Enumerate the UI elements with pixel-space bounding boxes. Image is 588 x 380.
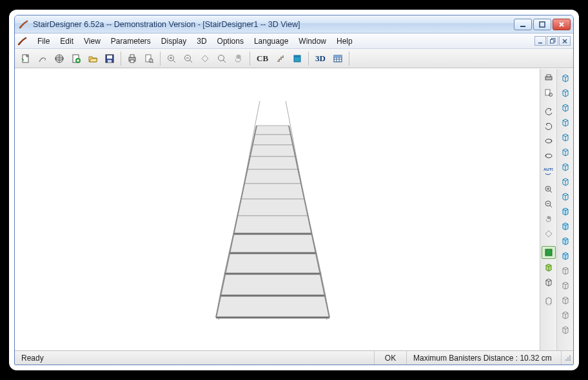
tool-3d-button[interactable]: 3D — [312, 51, 329, 66]
cube-view-4-icon[interactable] — [558, 116, 573, 129]
window-controls — [514, 19, 571, 30]
tool-zoom-fit-icon[interactable] — [197, 51, 213, 66]
menu-display[interactable]: Display — [157, 35, 191, 47]
svg-marker-58 — [546, 298, 551, 305]
menu-app-icon — [17, 36, 28, 46]
side-rotate-down-icon[interactable] — [542, 149, 556, 162]
resize-grip-icon[interactable] — [562, 353, 573, 363]
cube-view-1-icon[interactable] — [558, 71, 573, 84]
side-extents-icon[interactable] — [542, 227, 556, 240]
cube-view-3-icon[interactable] — [558, 101, 573, 114]
side-box-shadow-icon[interactable] — [542, 294, 556, 307]
menu-help[interactable]: Help — [332, 35, 357, 47]
svg-rect-46 — [545, 77, 552, 80]
tool-cb-button[interactable]: CB — [253, 51, 271, 66]
svg-rect-22 — [294, 55, 300, 57]
tool-panel-icon[interactable] — [289, 51, 305, 66]
tool-print-preview-icon[interactable] — [141, 51, 157, 66]
tool-curve-icon[interactable] — [35, 51, 50, 66]
tool-save-icon[interactable] — [102, 51, 117, 66]
toolbar-separator — [160, 52, 161, 66]
menu-view[interactable]: View — [79, 35, 105, 47]
side-rotate-left-icon[interactable] — [542, 105, 556, 118]
mdi-minimize-button[interactable] — [534, 36, 546, 46]
menu-options[interactable]: Options — [213, 35, 248, 47]
main-toolbar: CB 3D — [15, 49, 573, 68]
side-rotate-up-icon[interactable] — [542, 135, 556, 147]
svg-rect-24 — [334, 55, 342, 57]
close-button[interactable] — [553, 19, 571, 30]
tool-open-icon[interactable] — [85, 51, 101, 66]
side-box-view-icon[interactable] — [542, 276, 556, 289]
mdi-controls — [534, 36, 571, 46]
cube-view-7-icon[interactable] — [558, 160, 573, 173]
menubar: File Edit View Parameters Display 3D Opt… — [15, 33, 573, 49]
svg-rect-0 — [520, 26, 525, 27]
svg-rect-47 — [547, 75, 551, 77]
cube-view-5-icon[interactable] — [558, 131, 573, 144]
svg-rect-78 — [569, 356, 571, 357]
cube-view-13-icon[interactable] — [558, 249, 573, 262]
menu-window[interactable]: Window — [294, 35, 331, 47]
menu-3d[interactable]: 3D — [192, 35, 211, 47]
svg-rect-11 — [107, 55, 112, 59]
side-print-icon[interactable] — [542, 71, 556, 84]
cube-view-18-icon[interactable] — [558, 323, 573, 336]
cube-view-11-icon[interactable] — [558, 220, 573, 233]
cube-view-12-icon[interactable] — [558, 234, 573, 247]
side-pan-icon[interactable] — [542, 213, 556, 225]
side-auto-rotate-icon[interactable]: AUTO — [542, 164, 556, 177]
svg-marker-30 — [253, 135, 293, 145]
menu-file[interactable]: File — [33, 35, 54, 47]
tool-zoom-in-icon[interactable] — [164, 51, 179, 66]
cube-view-14-icon[interactable] — [558, 264, 573, 277]
minimize-button[interactable] — [514, 19, 532, 30]
status-ready: Ready — [15, 351, 375, 365]
tool-print-icon[interactable] — [124, 51, 140, 66]
cube-view-10-icon[interactable] — [558, 205, 573, 218]
side-preview-icon[interactable] — [542, 86, 556, 99]
cube-view-8-icon[interactable] — [558, 175, 573, 188]
svg-marker-29 — [255, 126, 291, 135]
tool-zoom-out-icon[interactable] — [181, 51, 196, 66]
svg-rect-15 — [130, 60, 134, 62]
svg-rect-12 — [108, 60, 112, 62]
cube-view-17-icon[interactable] — [558, 309, 573, 321]
side-solid-view-icon[interactable] — [542, 246, 556, 259]
tool-table-icon[interactable] — [330, 51, 346, 66]
cube-view-9-icon[interactable] — [558, 190, 573, 203]
menu-parameters[interactable]: Parameters — [106, 35, 155, 47]
side-zoom-out-icon[interactable] — [542, 198, 556, 211]
svg-rect-14 — [130, 55, 134, 57]
status-ok: OK — [375, 351, 407, 365]
side-zoom-in-icon[interactable] — [542, 183, 556, 196]
tool-page-add-icon[interactable] — [68, 51, 84, 66]
mdi-close-button[interactable] — [559, 36, 571, 46]
svg-point-59 — [546, 304, 551, 305]
cube-view-15-icon[interactable] — [558, 279, 573, 292]
side-toolbar-right — [556, 69, 573, 350]
svg-marker-31 — [250, 145, 295, 157]
app-icon — [19, 19, 29, 30]
side-wire-view-icon[interactable] — [542, 261, 556, 274]
menu-edit[interactable]: Edit — [55, 35, 78, 47]
maximize-button[interactable] — [533, 19, 551, 30]
tool-pan-hand-icon[interactable] — [231, 51, 246, 66]
svg-rect-4 — [550, 40, 554, 44]
side-rotate-right-icon[interactable] — [542, 120, 556, 133]
status-info: Maximum Banisters Distance : 10.32 cm — [407, 351, 562, 365]
menu-language[interactable]: Language — [250, 35, 293, 47]
mdi-restore-button[interactable] — [547, 36, 558, 46]
3d-viewport[interactable] — [15, 69, 540, 350]
toolbar-separator — [308, 52, 309, 66]
cube-view-6-icon[interactable] — [558, 146, 573, 158]
cube-view-2-icon[interactable] — [558, 86, 573, 99]
side-toolbar-left: AUTO — [540, 69, 556, 350]
svg-rect-1 — [540, 22, 545, 27]
svg-rect-2 — [538, 43, 542, 44]
cube-view-16-icon[interactable] — [558, 294, 573, 307]
tool-stair-icon[interactable] — [273, 51, 288, 66]
tool-zoom-icon[interactable] — [214, 51, 230, 66]
tool-globe-icon[interactable] — [52, 51, 67, 66]
tool-new-icon[interactable] — [18, 51, 34, 66]
